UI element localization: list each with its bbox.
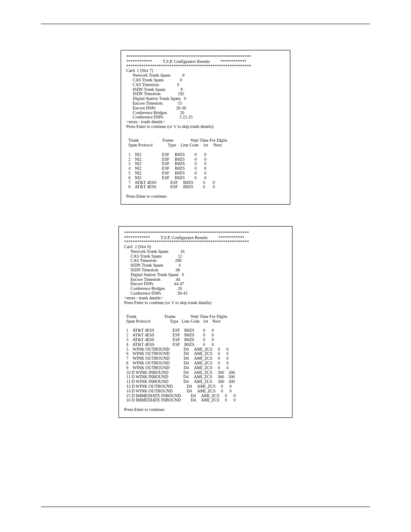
page: ****************************************… xyxy=(0,0,411,532)
page-content: ****************************************… xyxy=(41,24,370,418)
terminal-output-card1: ****************************************… xyxy=(121,50,290,205)
terminal-output-card2: ****************************************… xyxy=(118,226,293,418)
footer-rule xyxy=(41,507,370,507)
